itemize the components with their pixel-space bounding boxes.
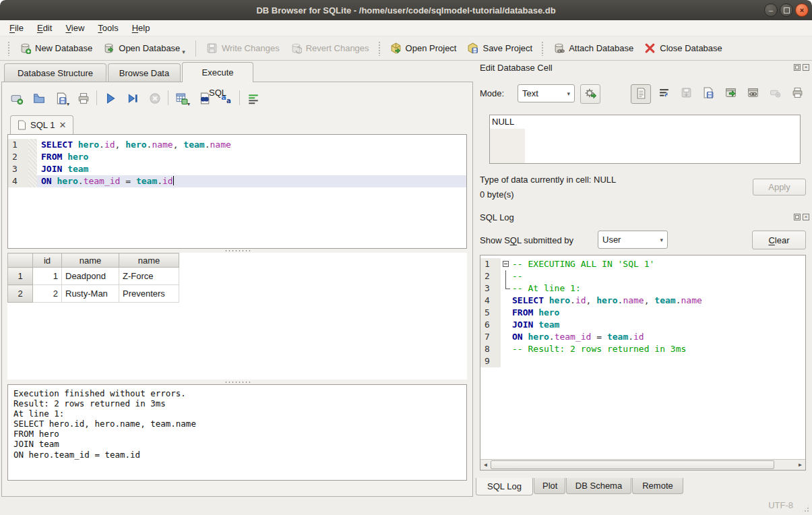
apply-button[interactable]: Apply [753,179,806,195]
null-indicator-column [490,129,525,163]
line-number: 2 [480,270,501,282]
cell-team-name[interactable]: Z-Force [119,268,179,285]
log-line: 9 [480,355,805,367]
float-icon[interactable] [794,64,801,71]
execute-line-button[interactable] [123,89,141,107]
print-button[interactable] [74,89,92,107]
sql-toolbar: ▾ ▾ aa [7,89,266,107]
cell-hero-name[interactable]: Rusty-Man [62,285,119,303]
fold-collapse-icon[interactable] [503,261,509,267]
toolbar-handle[interactable] [378,41,381,56]
tab-sql-log[interactable]: SQL Log [476,478,533,495]
print-cell-button[interactable] [788,84,807,102]
scroll-left-icon[interactable]: ◀ [480,460,491,470]
splitter-handle[interactable] [224,381,251,384]
menu-tools[interactable]: Tools [91,20,125,36]
mode-select[interactable]: Text ▾ [518,84,575,102]
log-filter-select[interactable]: User ▾ [598,231,668,249]
menu-file[interactable]: File [3,20,30,36]
execution-message-panel[interactable]: Execution finished without errors. Resul… [7,384,467,481]
save-sql-file-button[interactable]: ▾ [52,89,69,107]
print-icon [77,92,89,104]
tab-database-structure[interactable]: Database Structure [4,63,106,82]
write-changes-button[interactable]: Write Changes [201,40,285,57]
cell-panel-window-buttons: × [794,64,809,71]
cell-value-editor[interactable]: NULL [489,115,801,164]
row-header[interactable]: 2 [8,285,33,303]
new-tab-button[interactable] [7,89,25,107]
save-results-icon [176,92,187,104]
set-null-button[interactable] [766,84,784,102]
column-header-id[interactable]: id [33,253,62,268]
import-cell-button[interactable] [677,84,695,102]
save-cell-button[interactable] [699,84,718,102]
word-wrap-icon [658,87,670,100]
sql-log-view[interactable]: 1-- EXECUTING ALL IN 'SQL 1' 2-- 3-- At … [480,255,806,471]
apply-settings-icon [584,87,596,101]
splitter-handle[interactable] [224,249,251,252]
stop-button[interactable] [146,89,163,107]
close-database-button[interactable]: Close Database [639,40,728,57]
column-header-name2[interactable]: name [119,253,179,268]
tab-remote[interactable]: Remote [632,478,683,494]
open-database-button[interactable]: Open Database ▾ [98,40,191,57]
cell-id[interactable]: 2 [33,285,62,303]
maximize-button[interactable] [780,3,793,17]
text-mode-button[interactable] [631,84,651,104]
text-mode-icon [635,88,647,101]
close-icon[interactable]: × [803,214,809,220]
menu-edit[interactable]: Edit [30,20,59,36]
minimize-button[interactable]: – [764,3,778,17]
sql-document-tab[interactable]: SQL 1 ✕ [10,115,73,134]
open-database-label: Open Database [119,43,180,53]
attach-database-button[interactable]: Attach Database [548,40,639,57]
sql-editor[interactable]: 1SELECT hero.id, hero.name, team.name 2F… [7,134,467,249]
close-icon[interactable]: × [803,64,809,71]
log-line: 4SELECT hero.id, hero.name, team.name [480,295,805,307]
cell-size-info: 0 byte(s) [480,189,514,200]
word-wrap-button[interactable] [654,84,673,102]
tab-execute-sql[interactable]: Execute SQL [182,62,253,82]
open-sql-file-button[interactable] [30,89,47,107]
close-button[interactable]: × [795,3,809,17]
close-tab-icon[interactable]: ✕ [59,120,66,130]
save-results-button[interactable]: ▾ [173,89,190,107]
resize-grip-icon[interactable] [801,504,810,513]
log-panel-title: SQL Log [480,212,514,222]
horizontal-scrollbar[interactable]: ◀ ▶ [480,459,805,470]
tab-db-schema[interactable]: DB Schema [566,478,631,494]
menu-help[interactable]: Help [125,20,157,36]
revert-changes-button[interactable]: Revert Changes [285,40,375,57]
tab-plot[interactable]: Plot [534,478,565,494]
export-cell-button[interactable] [721,84,740,102]
link-cell-button[interactable] [743,84,762,102]
fold-margin [28,175,37,187]
save-project-label: Save Project [482,43,532,53]
results-grid[interactable]: id name name 1 1 Deadpond Z-Force 2 2 Ru… [7,253,467,380]
clear-button[interactable]: Clear [752,231,806,249]
save-project-button[interactable]: Save Project [462,40,538,57]
toolbar-handle[interactable] [541,41,544,56]
table-row[interactable]: 2 2 Rusty-Man Preventers [8,285,179,303]
fold-margin [28,163,37,175]
cell-team-name[interactable]: Preventers [119,285,179,303]
tab-browse-data[interactable]: Browse Data [108,63,181,82]
cell-hero-name[interactable]: Deadpond [62,268,119,285]
float-icon[interactable] [794,214,801,220]
indent-button[interactable] [244,89,261,107]
table-row[interactable]: 1 1 Deadpond Z-Force [8,268,179,285]
new-database-button[interactable]: New Database [14,40,98,57]
apply-settings-button[interactable] [580,84,600,104]
open-project-button[interactable]: Open Project [385,40,462,57]
menu-view[interactable]: View [59,20,91,36]
svg-text:a: a [226,96,231,104]
cell-id[interactable]: 1 [33,268,62,285]
cell-editor-toolbar [631,84,807,104]
editor-line: 2FROM hero [8,151,466,163]
scroll-right-icon[interactable]: ▶ [795,460,805,470]
toolbar-handle[interactable] [7,41,11,56]
column-header-name[interactable]: name [62,253,119,268]
execute-all-button[interactable] [101,89,119,107]
row-header[interactable]: 1 [8,268,33,285]
scrollbar-thumb[interactable] [491,460,774,469]
